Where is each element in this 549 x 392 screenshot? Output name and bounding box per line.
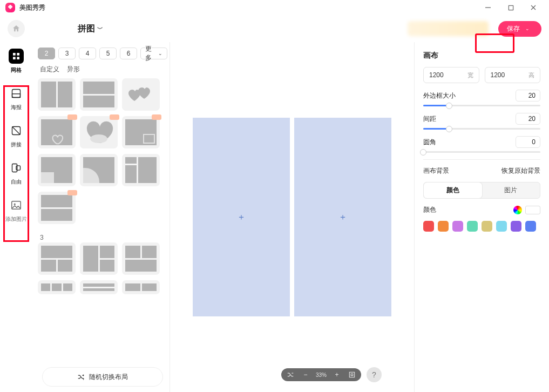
mode-dropdown[interactable]: 拼图 ﹀ [78,23,103,35]
save-label: 保存 [507,24,520,33]
template-card[interactable] [80,242,118,275]
svg-rect-5 [17,53,19,56]
section-3-label: 3 [38,229,164,242]
swatch[interactable] [467,221,478,232]
seg-color[interactable]: 颜色 [424,183,482,198]
rail-free-label: 自由 [11,178,22,186]
close-button[interactable] [530,4,537,11]
zoom-out-button[interactable]: − [301,371,310,379]
tab-irregular[interactable]: 异形 [67,65,80,74]
count-5[interactable]: 5 [99,48,117,59]
seg-image[interactable]: 图片 [482,183,540,198]
template-card[interactable] [122,242,160,275]
chevron-down-icon: ⌄ [158,51,162,56]
rail-splice-label: 拼接 [11,141,22,148]
swatch[interactable] [525,221,536,232]
swatch[interactable] [511,221,521,232]
save-button[interactable]: 保存 ⌄ [498,21,541,37]
template-card[interactable] [80,116,118,148]
grid-icon [9,49,24,64]
svg-rect-14 [12,201,21,209]
template-card[interactable] [80,154,118,186]
template-tabs: 自定义 异形 [38,59,167,78]
canvas-cell-1[interactable]: ＋ [193,118,290,316]
width-field[interactable] [429,71,456,79]
chevron-down-icon: ⌄ [525,26,530,31]
rail-poster-label: 海报 [11,104,22,111]
minimize-button[interactable] [484,4,492,11]
template-card[interactable] [80,78,118,111]
count-2[interactable]: 2 [38,48,55,59]
count-4[interactable]: 4 [79,48,96,59]
add-image-button[interactable]: 添加图片 [5,198,27,223]
count-6[interactable]: 6 [120,48,137,59]
template-card[interactable] [38,192,76,224]
height-input[interactable]: 高 [485,67,541,83]
collage-canvas[interactable]: ＋ ＋ [189,114,395,320]
color-picker-icon[interactable] [513,206,522,214]
template-card[interactable] [38,242,76,275]
template-card[interactable] [38,116,76,148]
template-card[interactable] [122,78,160,111]
svg-rect-9 [12,94,21,98]
count-row: 2 3 4 5 6 更多 ⌄ [38,48,167,59]
radius-label: 圆角 [423,138,436,147]
zoom-in-button[interactable]: + [332,371,342,379]
bg-title: 画布背景 [423,166,449,175]
template-panel: 2 3 4 5 6 更多 ⌄ 自定义 异形 [32,42,170,392]
home-button[interactable] [8,20,25,37]
canvas-cell-2[interactable]: ＋ [294,118,391,316]
shuffle-layout-button[interactable]: 随机切换布局 [42,367,163,387]
zoom-level: 33% [316,372,327,378]
rail-free[interactable]: 自由 [9,160,24,186]
canvas-pill: − 33% + [281,368,361,381]
template-card[interactable] [38,78,76,111]
titlebar: 美图秀秀 [0,0,549,15]
width-input[interactable]: 宽 [423,67,479,83]
svg-line-11 [12,127,21,135]
rail-poster[interactable]: 海报 [9,86,24,111]
shuffle-canvas-icon[interactable] [286,371,295,379]
radius-slider[interactable] [423,151,540,153]
promo-banner[interactable] [408,21,489,36]
template-card[interactable] [122,280,160,294]
restore-bg-button[interactable]: 恢复原始背景 [501,166,540,175]
rail-splice[interactable]: 拼接 [9,123,24,148]
gap-value[interactable]: 20 [516,113,540,125]
window-controls [484,4,544,11]
svg-rect-18 [351,374,353,376]
current-color-chip[interactable] [525,206,540,214]
count-3[interactable]: 3 [58,48,76,59]
gap-slider[interactable] [423,128,540,130]
template-card[interactable] [122,116,160,148]
poster-icon [9,86,24,101]
height-suffix: 高 [528,71,534,79]
count-more[interactable]: 更多 ⌄ [140,48,167,59]
template-card[interactable] [38,280,76,294]
template-card[interactable] [38,154,76,186]
height-field[interactable] [491,71,518,79]
template-grid-2 [38,78,164,229]
svg-rect-6 [13,57,16,59]
free-icon [9,160,24,175]
rail-grid[interactable]: 网格 [9,49,24,74]
swatch[interactable] [438,221,449,232]
swatch[interactable] [482,221,492,232]
svg-rect-17 [349,372,354,377]
fit-screen-icon[interactable] [347,371,357,379]
maximize-button[interactable] [507,4,514,11]
help-button[interactable]: ? [367,367,382,382]
splice-icon [9,123,24,138]
radius-value[interactable]: 0 [516,136,540,148]
divider [423,159,540,160]
add-image-label: 添加图片 [5,215,27,223]
swatch[interactable] [496,221,507,232]
swatch[interactable] [452,221,463,232]
mode-label: 拼图 [78,23,95,35]
border-value[interactable]: 20 [516,90,540,102]
template-card[interactable] [122,154,160,186]
tab-custom[interactable]: 自定义 [40,65,59,74]
swatch[interactable] [423,221,434,232]
template-card[interactable] [80,280,118,294]
border-slider[interactable] [423,105,540,106]
